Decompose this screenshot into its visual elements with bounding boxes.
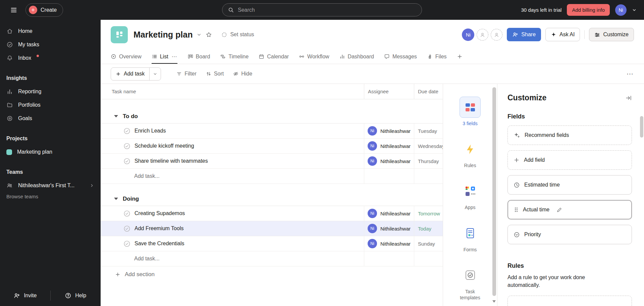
tab-list[interactable]: List ⋯ — [152, 49, 177, 64]
tab-calendar[interactable]: Calendar — [259, 49, 289, 64]
task-row[interactable]: Schedule kickoff meeting Ni Nithileashwa… — [101, 139, 443, 154]
filter-button[interactable]: Filter — [176, 71, 197, 77]
sidebar-item-my-tasks[interactable]: My tasks — [0, 38, 101, 51]
chevron-down-icon[interactable] — [632, 8, 637, 12]
search-input[interactable] — [238, 7, 416, 13]
chevron-down-icon[interactable] — [197, 32, 202, 37]
panel-scrollbar[interactable] — [640, 116, 643, 138]
sidebar-section-projects[interactable]: Projects — [0, 132, 101, 145]
rail-item-task-templates[interactable]: Task templates — [456, 265, 485, 301]
add-section-button[interactable]: Add section — [101, 271, 443, 278]
section-collapse-icon[interactable] — [114, 198, 118, 200]
rail-item-fields[interactable]: 3 fields — [460, 97, 481, 126]
tab-dashboard[interactable]: Dashboard — [339, 49, 374, 64]
global-search[interactable] — [222, 3, 422, 16]
column-header-task-name[interactable]: Task name — [101, 84, 364, 99]
task-row[interactable]: Enrich Leads Ni Nithileashwar Tuesday — [101, 123, 443, 139]
scroll-down-arrow-icon[interactable] — [492, 300, 496, 303]
collapse-panel-icon[interactable] — [625, 95, 632, 101]
assignee-cell[interactable]: Ni Nithileashwar — [364, 221, 414, 236]
edit-pencil-icon[interactable] — [556, 207, 562, 213]
assignee-cell[interactable]: Ni Nithileashwar — [364, 206, 414, 221]
sidebar-item-portfolios[interactable]: Portfolios — [0, 98, 101, 112]
sidebar-section-insights[interactable]: Insights — [0, 71, 101, 85]
share-button[interactable]: Share — [507, 28, 541, 41]
customize-button[interactable]: Customize — [589, 28, 634, 41]
assignee-cell[interactable]: Ni Nithileashwar — [364, 236, 414, 251]
placeholder-avatar[interactable] — [491, 29, 502, 41]
ask-ai-button[interactable]: Ask AI — [545, 28, 580, 41]
sidebar-item-home[interactable]: Home — [0, 24, 101, 38]
task-row[interactable]: Share timeline with teammates Ni Nithile… — [101, 154, 443, 169]
due-date-cell[interactable]: Thursday — [414, 154, 443, 168]
sort-button[interactable]: Sort — [206, 71, 224, 77]
more-options-icon[interactable]: ⋯ — [627, 70, 634, 78]
drag-handle-icon[interactable] — [514, 207, 519, 213]
field-priority[interactable]: Priority — [507, 225, 632, 244]
assignee-cell[interactable]: Ni Nithileashwar — [364, 123, 414, 138]
chevron-right-icon[interactable] — [90, 183, 94, 188]
rail-scrollbar[interactable] — [492, 87, 496, 296]
tab-messages[interactable]: Messages — [384, 49, 417, 64]
field-estimated-time[interactable]: Estimated time — [507, 175, 632, 195]
project-icon[interactable] — [111, 26, 128, 43]
tab-timeline[interactable]: Timeline — [220, 49, 249, 64]
add-task-button[interactable]: Add task — [111, 67, 161, 81]
invite-button[interactable]: Invite — [0, 292, 50, 299]
rail-item-rules[interactable]: Rules — [460, 139, 481, 168]
user-avatar[interactable]: Ni — [615, 4, 627, 16]
create-button[interactable]: + Create — [25, 3, 63, 17]
task-row[interactable]: Creating Supademos Ni Nithileashwar Tomo… — [101, 206, 443, 221]
sidebar-item-marketing-plan[interactable]: Marketing plan — [0, 145, 101, 159]
recommend-fields-button[interactable]: Recommend fields — [507, 125, 632, 145]
hide-button[interactable]: Hide — [233, 71, 252, 77]
complete-task-icon[interactable] — [123, 128, 130, 135]
add-task-dropdown[interactable] — [149, 68, 161, 80]
sidebar-item-goals[interactable]: Goals — [0, 112, 101, 125]
complete-task-icon[interactable] — [123, 158, 130, 165]
sidebar-item-reporting[interactable]: Reporting — [0, 85, 101, 98]
assignee-cell[interactable]: Ni Nithileashwar — [364, 154, 414, 168]
tab-files[interactable]: Files — [427, 49, 447, 64]
rail-item-apps[interactable]: Apps — [460, 181, 481, 210]
add-field-button[interactable]: Add field — [507, 150, 632, 170]
tab-workflow[interactable]: Workflow — [299, 49, 329, 64]
set-status-button[interactable]: Set status — [221, 32, 254, 38]
add-task-row[interactable]: Add task... — [101, 169, 443, 184]
member-avatar[interactable]: Ni — [462, 29, 474, 41]
complete-task-icon[interactable] — [123, 225, 130, 232]
rail-item-forms[interactable]: Forms — [460, 223, 481, 253]
field-actual-time[interactable]: Actual time — [507, 200, 632, 219]
sidebar-item-inbox[interactable]: Inbox — [0, 51, 101, 65]
add-rule-button-clipped[interactable] — [507, 296, 632, 306]
tab-overview[interactable]: Overview — [111, 49, 142, 64]
task-row-selected[interactable]: Add Freemium Tools Ni Nithileashwar Toda… — [101, 221, 443, 236]
due-date-cell[interactable]: Wednesday — [414, 139, 443, 153]
complete-task-icon[interactable] — [123, 240, 130, 247]
tab-options-icon[interactable]: ⋯ — [172, 53, 177, 60]
star-icon[interactable] — [206, 32, 212, 38]
hamburger-menu-button[interactable] — [7, 4, 20, 16]
placeholder-avatar[interactable] — [477, 29, 488, 41]
section-header[interactable]: Doing — [101, 192, 443, 206]
sidebar-section-teams[interactable]: Teams — [0, 165, 101, 179]
section-collapse-icon[interactable] — [114, 115, 118, 117]
add-billing-info-button[interactable]: Add billing info — [567, 4, 610, 16]
due-date-cell[interactable]: Sunday — [414, 236, 443, 251]
sidebar-item-team[interactable]: Nithileashwar's First T... — [0, 179, 101, 192]
add-tab-icon[interactable] — [457, 54, 463, 59]
due-date-cell[interactable]: Today — [414, 221, 443, 236]
task-row[interactable]: Save the Credentials Ni Nithileashwar Su… — [101, 236, 443, 251]
due-date-cell[interactable]: Tuesday — [414, 123, 443, 138]
complete-task-icon[interactable] — [123, 210, 130, 217]
tab-board[interactable]: Board — [187, 49, 210, 64]
assignee-cell[interactable]: Ni Nithileashwar — [364, 139, 414, 153]
help-button[interactable]: Help — [51, 292, 101, 299]
due-date-cell[interactable]: Tomorrow — [414, 206, 443, 221]
column-header-assignee[interactable]: Assignee — [364, 84, 414, 99]
column-header-due-date[interactable]: Due date — [414, 84, 443, 99]
add-task-row[interactable]: Add task... — [101, 251, 443, 266]
section-header[interactable]: To do — [101, 109, 443, 123]
complete-task-icon[interactable] — [123, 143, 130, 150]
browse-teams-link[interactable]: Browse teams — [0, 192, 101, 199]
